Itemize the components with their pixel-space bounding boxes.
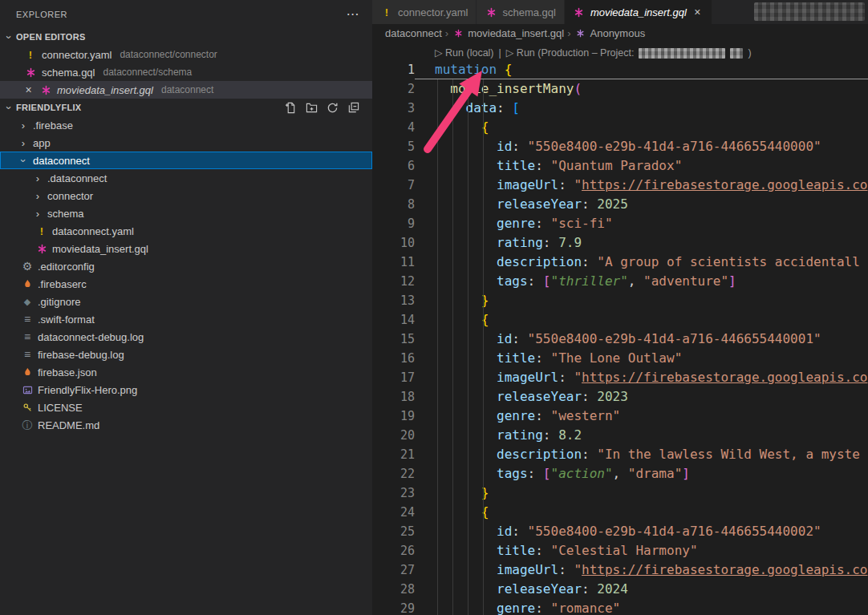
code-line-6[interactable]: 6 title: "Quantum Paradox" <box>372 156 868 176</box>
code-line-29[interactable]: 29 genre: "romance" <box>372 599 868 615</box>
tree-item-license[interactable]: LICENSE <box>0 399 372 416</box>
code-text: { <box>415 310 868 330</box>
code-line-26[interactable]: 26 title: "Celestial Harmony" <box>372 541 868 560</box>
code-line-15[interactable]: 15 id: "550e8400-e29b-41d4-a716-44665544… <box>372 330 868 349</box>
tree-item-app[interactable]: ›app <box>0 134 372 152</box>
code-line-20[interactable]: 20 rating: 8.2 <box>372 426 868 445</box>
new-folder-icon[interactable] <box>305 101 318 114</box>
code-line-18[interactable]: 18 releaseYear: 2023 <box>372 387 868 407</box>
code-line-3[interactable]: 3 data: [ <box>372 99 868 118</box>
chevron-right-icon: › <box>32 173 43 184</box>
blurred-region <box>754 2 865 21</box>
code-text: title: "Celestial Harmony" <box>415 541 868 560</box>
line-number: 3 <box>372 99 415 118</box>
new-file-icon[interactable] <box>284 101 297 114</box>
tree-item-dataconnect[interactable]: ›dataconnect <box>0 152 372 169</box>
line-number: 11 <box>372 253 415 272</box>
code-line-14[interactable]: 14 { <box>372 310 868 330</box>
code-line-7[interactable]: 7 imageUrl: "https://firebasestorage.goo… <box>372 176 868 195</box>
tree-item-swift-format[interactable]: ≡.swift-format <box>0 310 372 328</box>
code-line-21[interactable]: 21 description: "In the lawless Wild Wes… <box>372 445 868 464</box>
open-editors-header[interactable]: › OPEN EDITORS <box>0 28 372 46</box>
tree-item-firebase[interactable]: ›.firebase <box>0 116 372 134</box>
code-line-1[interactable]: 1mutation { <box>372 60 868 79</box>
run-local-button[interactable]: ▷ Run (local) <box>435 47 494 59</box>
line-number: 26 <box>372 541 415 560</box>
tree-item-moviedata-insert-gql[interactable]: moviedata_insert.gql <box>0 240 372 257</box>
editor-pane: !connector.yamlschema.gqlmoviedata_inser… <box>372 0 868 615</box>
code-line-22[interactable]: 22 tags: ["action", "drama"] <box>372 464 868 484</box>
open-editor-moviedata-insert-gql[interactable]: ×moviedata_insert.gqldataconnect <box>0 81 372 99</box>
tree-item-readme-md[interactable]: ⓘREADME.md <box>0 416 372 434</box>
more-actions-icon[interactable]: ⋯ <box>347 6 360 22</box>
tree-item-label: .firebase <box>33 119 73 131</box>
code-line-28[interactable]: 28 releaseYear: 2024 <box>372 580 868 599</box>
chevron-right-icon: › <box>18 138 29 148</box>
codelens: ▷ Run (local) | ▷ Run (Production – Proj… <box>372 42 868 60</box>
open-editors-label: OPEN EDITORS <box>16 32 86 42</box>
code-line-9[interactable]: 9 genre: "sci-fi" <box>372 214 868 233</box>
tab-schema-gql[interactable]: schema.gql <box>477 0 564 24</box>
code-line-4[interactable]: 4 { <box>372 118 868 137</box>
graphql-icon <box>35 242 48 255</box>
explorer-title: EXPLORER <box>16 10 67 19</box>
tab-connector-yaml[interactable]: !connector.yaml <box>372 0 477 24</box>
code-text: mutation { <box>415 60 868 79</box>
open-editor-schema-gql[interactable]: schema.gqldataconnect/schema <box>0 63 372 81</box>
breadcrumb-item-dataconnect[interactable]: dataconnect <box>385 27 442 39</box>
code-text: rating: 8.2 <box>415 426 868 445</box>
tree-item-dataconnect-debug-log[interactable]: ≡dataconnect-debug.log <box>0 328 372 346</box>
line-number: 10 <box>372 233 415 253</box>
tab-moviedata-insert-gql[interactable]: moviedata_insert.gql× <box>565 0 712 24</box>
code-text: id: "550e8400-e29b-41d4-a716-44665544000… <box>415 137 868 156</box>
tree-item-schema[interactable]: ›schema <box>0 204 372 222</box>
breadcrumb-item-moviedata-insert-gql[interactable]: moviedata_insert.gql <box>452 26 564 39</box>
code-line-11[interactable]: 11 description: "A group of scientists a… <box>372 253 868 272</box>
code-line-13[interactable]: 13 } <box>372 291 868 310</box>
file-lines-icon: ≡ <box>21 330 34 343</box>
code-line-23[interactable]: 23 } <box>372 484 868 503</box>
tree-item-dataconnect-yaml[interactable]: !dataconnect.yaml <box>0 222 372 240</box>
breadcrumb: dataconnect›moviedata_insert.gql›Anonymo… <box>372 24 868 42</box>
breadcrumb-label: moviedata_insert.gql <box>468 27 564 39</box>
symbol-icon <box>574 26 587 39</box>
graphql-icon <box>39 83 52 96</box>
tree-item-editorconfig[interactable]: ⚙.editorconfig <box>0 257 372 275</box>
collapse-all-icon[interactable] <box>347 101 359 114</box>
code-line-5[interactable]: 5 id: "550e8400-e29b-41d4-a716-446655440… <box>372 137 868 156</box>
code-editor[interactable]: ▷ Run (local) | ▷ Run (Production – Proj… <box>372 42 868 615</box>
code-line-19[interactable]: 19 genre: "western" <box>372 407 868 426</box>
close-icon[interactable]: × <box>22 83 34 96</box>
open-editor-connector-yaml[interactable]: !connector.yamldataconnect/connector <box>0 46 372 63</box>
code-line-24[interactable]: 24 { <box>372 503 868 522</box>
code-line-12[interactable]: 12 tags: ["thriller", "adventure"] <box>372 272 868 291</box>
run-production-button[interactable]: ▷ Run (Production – Project: <box>506 47 635 59</box>
code-line-17[interactable]: 17 imageUrl: "https://firebasestorage.go… <box>372 368 868 387</box>
tree-item-firebase-json[interactable]: firebase.json <box>0 363 372 381</box>
breadcrumb-item-anonymous[interactable]: Anonymous <box>574 26 646 39</box>
info-icon: ⓘ <box>21 419 34 431</box>
open-editor-label: moviedata_insert.gql <box>57 84 153 96</box>
tree-item-connector[interactable]: ›connector <box>0 187 372 204</box>
refresh-icon[interactable] <box>326 101 339 114</box>
code-line-8[interactable]: 8 releaseYear: 2025 <box>372 195 868 214</box>
tree-item-dataconnect[interactable]: ›.dataconnect <box>0 169 372 187</box>
code-line-25[interactable]: 25 id: "550e8400-e29b-41d4-a716-44665544… <box>372 522 868 541</box>
code-lines: 1mutation {2 movie_insertMany(3 data: [4… <box>372 60 868 615</box>
workspace-header[interactable]: › FRIENDLYFLIX <box>0 99 372 116</box>
code-line-16[interactable]: 16 title: "The Lone Outlaw" <box>372 349 868 368</box>
code-line-2[interactable]: 2 movie_insertMany( <box>372 79 868 99</box>
code-line-27[interactable]: 27 imageUrl: "https://firebasestorage.go… <box>372 560 868 580</box>
code-text: title: "The Lone Outlaw" <box>415 349 868 368</box>
tree-item-firebase-debug-log[interactable]: ≡firebase-debug.log <box>0 346 372 363</box>
tree-item-friendlyflix-hero-png[interactable]: FriendlyFlix-Hero.png <box>0 381 372 399</box>
workspace-label: FRIENDLYFLIX <box>16 103 81 112</box>
code-text: } <box>415 291 868 310</box>
code-line-10[interactable]: 10 rating: 7.9 <box>372 233 868 253</box>
tree-item-label: .editorconfig <box>38 261 95 273</box>
code-text: title: "Quantum Paradox" <box>415 156 868 176</box>
line-number: 22 <box>372 464 415 484</box>
tree-item-firebaserc[interactable]: .firebaserc <box>0 275 372 293</box>
close-icon[interactable]: × <box>692 6 704 18</box>
tree-item-gitignore[interactable]: ◆.gitignore <box>0 293 372 310</box>
